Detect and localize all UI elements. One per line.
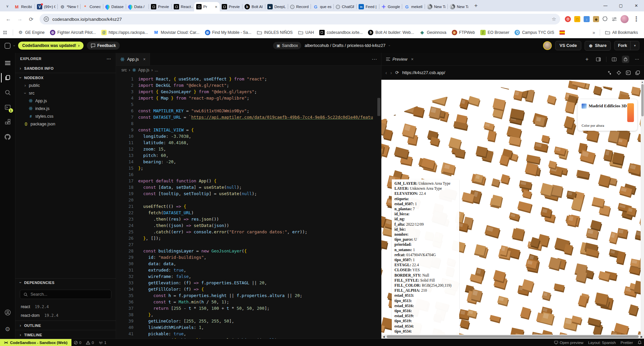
preview-url[interactable]: https://k4sz27.csb.app/ [402, 70, 604, 75]
browser-tab-active[interactable]: Pr× [194, 2, 220, 11]
notifications-bell[interactable] [635, 339, 644, 346]
responsive-target-icon[interactable] [616, 70, 621, 75]
bookmark-item[interactable]: ⚙GE Engine [15, 28, 47, 37]
github-icon[interactable] [1, 130, 14, 143]
bookmark-item[interactable]: ʃEO Browser [478, 28, 512, 37]
bookmark-item[interactable]: UAH [296, 28, 317, 37]
devtools-blocks-icon[interactable] [1, 115, 14, 129]
new-tab-button[interactable]: + [472, 1, 480, 10]
add-preview-icon[interactable]: + [583, 56, 591, 63]
bookmark-item[interactable]: INGLES NIÑOS [254, 28, 295, 37]
extensions-puzzle-icon[interactable] [602, 16, 608, 22]
tree-item-src[interactable]: ›src [15, 89, 116, 97]
bookmark-item[interactable]: ◈Geoinnova [417, 28, 449, 37]
preview-back-icon[interactable]: ‹ [385, 70, 387, 75]
section-dependencies[interactable]: › DEPENDENCIES [15, 279, 116, 286]
workspace-icon[interactable] [5, 43, 10, 49]
section-sandbox-info[interactable]: › SANDBOX INFO [15, 64, 116, 72]
updated-badge[interactable]: CodeSandbox was updated! › [18, 42, 84, 50]
dependency-row[interactable]: react19.2.4 [15, 302, 116, 311]
profile-avatar[interactable] [621, 15, 629, 23]
browser-menu-icon[interactable]: ••• [634, 16, 639, 22]
extension-icon[interactable]: O [565, 16, 571, 22]
tree-item-public[interactable]: ›public [15, 81, 116, 89]
split-view-icon[interactable] [610, 56, 618, 63]
address-bar[interactable]: codesandbox.io/p/sandbox/k4sz27 ☆ [40, 14, 560, 24]
search-icon[interactable] [1, 86, 14, 99]
preview-forward-icon[interactable]: › [390, 70, 392, 75]
site-settings-icon[interactable] [44, 16, 49, 22]
settings-gear-icon[interactable]: ⚙ [1, 323, 14, 336]
section-timeline[interactable]: › TIMELINE [15, 331, 116, 339]
explorer-files-icon[interactable] [1, 71, 14, 84]
browser-tab[interactable]: bBolt AI [243, 2, 265, 11]
dependency-row[interactable]: react-dom19.2.4 [15, 311, 116, 320]
apps-grid-icon[interactable] [3, 31, 7, 34]
share-button[interactable]: ⊕ Share [585, 41, 611, 51]
formatter-indicator[interactable]: Prettier [618, 339, 635, 346]
tree-item-index-js[interactable]: index.js [15, 105, 116, 112]
bookmark-item[interactable]: QCampus TYC GIS [512, 28, 557, 37]
bookmark-item[interactable]: @https://apps.rackspa... [99, 28, 151, 37]
minimize-button[interactable]: — [598, 0, 613, 11]
browser-tab[interactable]: Previe [220, 2, 242, 11]
bookmarks-overflow-chevron[interactable]: » [590, 30, 598, 35]
browser-tab[interactable]: ⚙*New S [58, 2, 80, 11]
account-icon[interactable] [1, 306, 14, 319]
explorer-more-icon[interactable]: ⋯ [107, 56, 111, 61]
browser-tab[interactable]: Record [288, 2, 311, 11]
browser-tab[interactable]: inFeed | [357, 2, 379, 11]
editor-scrollbar[interactable] [377, 98, 380, 116]
dependency-search-input[interactable]: Search... [20, 290, 111, 299]
open-preview-button[interactable]: Open preview [552, 339, 586, 346]
forward-button[interactable]: → [15, 14, 25, 24]
map-viewport[interactable]: GM_LAYER: Unknown Area TypeLAYER: Unknow… [381, 80, 644, 339]
editor-breadcrumb[interactable]: src› App.js› ... [116, 66, 381, 74]
editor-more-icon[interactable]: ⋯ [372, 56, 377, 62]
close-button[interactable]: ✕ [629, 0, 644, 11]
editor-tab-appjs[interactable]: App.js × [116, 53, 150, 65]
url-text[interactable]: codesandbox.io/p/sandbox/k4sz27 [52, 17, 548, 22]
browser-tab[interactable]: ChatGP [334, 2, 356, 11]
tab-close-icon[interactable]: × [214, 4, 218, 9]
errors-indicator[interactable]: 0 [71, 339, 84, 346]
browser-tab[interactable]: Google [379, 2, 402, 11]
section-outline[interactable]: › OUTLINE [15, 322, 116, 329]
chevron-down-icon[interactable]: › [388, 45, 391, 46]
preview-more-icon[interactable]: ⋯ [633, 56, 641, 63]
extension-icon[interactable]: ◆ [593, 16, 599, 22]
browser-tab[interactable]: Previe [149, 2, 171, 11]
reload-button[interactable]: ⟳ [26, 14, 36, 24]
bookmark-item[interactable]: MMovistar Cloud: Car... [151, 28, 202, 37]
browser-tab[interactable]: Gmekell [402, 2, 425, 11]
extension-icon[interactable]: ↓ [584, 16, 590, 22]
browser-tab[interactable]: Data / [126, 2, 149, 11]
preview-vertical-scrollbar[interactable]: ▲ [641, 80, 644, 335]
sandbox-chip[interactable]: ▣ Sandbox [273, 42, 301, 49]
tree-item-package-json[interactable]: {}package.json [15, 120, 116, 128]
bookmark-item[interactable]: codesandbox.io/te... [317, 28, 365, 37]
tab-search-chevron-icon[interactable]: ∨ [3, 2, 11, 10]
scroll-right-arrow[interactable]: ▶ [639, 335, 644, 338]
remote-indicator[interactable]: CodeSandbox - Sandbox (Web) [0, 339, 71, 346]
scroll-up-arrow[interactable]: ▲ [641, 80, 644, 84]
terminal-icon[interactable]: 1 [1, 101, 14, 114]
close-preview-icon[interactable]: × [411, 57, 413, 62]
sliders-icon[interactable] [611, 16, 617, 22]
vs-code-button[interactable]: VS Code [555, 41, 581, 50]
tree-item-app-js[interactable]: App.js [15, 97, 116, 105]
all-bookmarks-button[interactable]: All Bookmarks [602, 28, 641, 37]
browser-tab[interactable]: New Ta [425, 2, 447, 11]
browser-tab[interactable]: React A [172, 2, 194, 11]
tree-item-styles-css[interactable]: #styles.css [15, 112, 116, 120]
bookmark-star-icon[interactable]: ☆ [552, 16, 556, 22]
preview-reload-icon[interactable]: ⟳ [395, 70, 399, 75]
layout-panel-icon[interactable] [595, 56, 602, 63]
browser-tab[interactable]: New Ta [448, 2, 470, 11]
layout-indicator[interactable]: Layout: Spanish [586, 339, 618, 346]
bookmark-item[interactable]: ◎Find My Mobile - Sa... [202, 28, 254, 37]
feedback-button[interactable]: Feedback [87, 42, 120, 50]
bookmark-item[interactable] [557, 29, 568, 36]
code-area[interactable]: 1234567891011121314151617181920212223242… [116, 74, 381, 339]
close-tab-icon[interactable]: × [143, 57, 146, 62]
